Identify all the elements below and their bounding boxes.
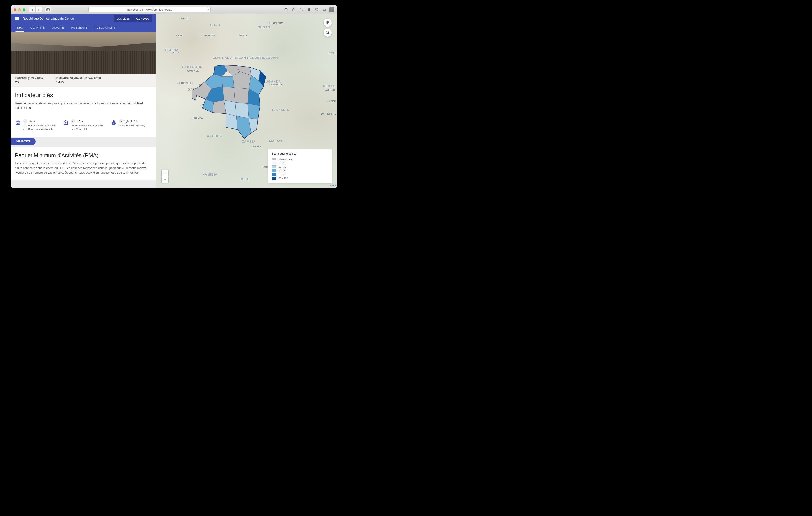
kpi-hospital-quality: ↗ 65% 16. Evaluation de la Qualité des H… — [15, 119, 56, 131]
address-bar-prefix: Non sécurisé — — [127, 8, 146, 11]
tab-paiements[interactable]: PAIEMENTS — [67, 23, 91, 32]
sound-icon[interactable]: ◎ — [322, 7, 327, 12]
kpi-cs-value: 57% — [76, 119, 83, 123]
pma-title: Paquet Minimum d'Activités (PMA) — [15, 152, 152, 158]
money-bag-icon: $ — [111, 119, 117, 125]
pma-section: Paquet Minimum d'Activités (PMA) Il s'ag… — [11, 147, 156, 180]
map-label-sudan: SUDAN — [258, 25, 270, 29]
map-label-kano: KANO — [174, 34, 183, 37]
new-tab-button[interactable]: + — [329, 7, 335, 12]
kpi-subsidy-value: 2,631,700 — [124, 119, 139, 123]
indicator-description: Résumé des indicateurs les plus importan… — [15, 101, 152, 110]
map-label-bots: BOTS — [240, 177, 250, 181]
stat-fosa-label: FORMATION SANITAIRE (FOSA) - TOTAL — [55, 77, 102, 80]
page-title: République Démocratique du Congo — [23, 17, 74, 20]
svg-point-17 — [326, 31, 328, 33]
legend-label: Missing data — [279, 158, 293, 160]
kpi-cs-quality: ↗ 57% 16. Evaluation de la Qualité des C… — [63, 119, 104, 131]
tab-info[interactable]: INFO — [13, 23, 27, 32]
date-to: Q2 / 2019 — [136, 17, 149, 20]
legend-swatch — [272, 161, 277, 164]
left-pane: République Démocratique du Congo Q3 / 20… — [11, 14, 156, 187]
address-bar[interactable]: Non sécurisé — www.fbp-rdc.org/data ⟳ — [88, 7, 211, 12]
date-from: Q3 / 2016 — [117, 17, 129, 20]
stat-province-label: PROVINCE (DPS) - TOTAL — [15, 77, 45, 80]
svg-rect-0 — [47, 9, 50, 11]
maximize-window-button[interactable] — [23, 8, 25, 11]
svg-line-18 — [328, 33, 329, 34]
tabs-icon[interactable] — [299, 7, 304, 12]
leaflet-attribution[interactable]: Leaflet — [329, 184, 336, 187]
share-icon[interactable] — [291, 7, 296, 12]
downloads-icon[interactable] — [283, 7, 289, 12]
legend-row: 80 - 100 — [272, 177, 328, 180]
map-label-nyala: NYALA — [237, 34, 247, 37]
map-legend: Score qualité des cs Missing data0 - 202… — [268, 150, 332, 183]
legend-row: 0 - 20 — [272, 161, 328, 164]
map-label-nairobi: NAIROBI — [323, 89, 335, 91]
date-range-selector[interactable]: Q3 / 2016 › Q2 / 2019 — [114, 15, 152, 22]
chevron-right-icon: › — [133, 17, 134, 20]
layers-button[interactable] — [323, 19, 332, 27]
indicator-section: Indicateur clés Résumé des indicateurs l… — [11, 87, 156, 115]
map-choropleth[interactable] — [192, 55, 276, 141]
tab-quantite[interactable]: QUANTITÉ — [27, 23, 48, 32]
sidebar-toggle-button[interactable] — [45, 7, 51, 12]
legend-label: 60 - 80 — [279, 173, 286, 176]
zoom-control: + − — [161, 170, 169, 183]
kpi-row: ↗ 65% 16. Evaluation de la Qualité des H… — [11, 115, 156, 137]
hospital-icon — [15, 119, 21, 125]
legend-swatch — [272, 169, 277, 172]
address-bar-url: www.fbp-rdc.org/data — [146, 8, 172, 11]
app-content: République Démocratique du Congo Q3 / 20… — [11, 14, 337, 187]
legend-row: 40 - 60 — [272, 169, 328, 172]
map-search-button[interactable] — [323, 29, 332, 37]
stat-province-value: 26 — [15, 80, 45, 84]
menu-icon[interactable] — [14, 17, 19, 20]
close-window-button[interactable] — [13, 8, 16, 11]
svg-text:$: $ — [113, 122, 114, 124]
svg-rect-12 — [18, 123, 18, 124]
minimize-window-button[interactable] — [18, 8, 21, 11]
map-label-mombasa: MOMB — [327, 100, 336, 102]
map-label-ndjamena: N'DJAMENA — [199, 34, 215, 37]
kpi-hospital-value: 65% — [29, 119, 35, 123]
app-header: République Démocratique du Congo Q3 / 20… — [11, 14, 156, 23]
trend-down-icon: ↘ — [119, 119, 123, 123]
stat-fosa: FORMATION SANITAIRE (FOSA) - TOTAL 3,449 — [55, 77, 102, 84]
reload-icon[interactable]: ⟳ — [207, 8, 209, 11]
kpi-hospital-label: 16. Evaluation de la Qualité des Hopitau… — [23, 124, 56, 131]
trend-up-icon: ↗ — [71, 119, 75, 123]
browser-toolbar: ‹ › Non sécurisé — www.fbp-rdc.org/data … — [11, 5, 337, 14]
section-chip-quantite: QUANTITÉ — [11, 138, 35, 145]
map-label-kenya: KENYA — [323, 84, 335, 88]
svg-rect-4 — [16, 121, 20, 125]
map-label-dar: DAR ES SAL — [319, 113, 336, 115]
nav-buttons: ‹ › — [29, 7, 42, 12]
tab-publications[interactable]: PUBLICATIONS — [91, 23, 119, 32]
shield-icon[interactable] — [306, 7, 312, 12]
forward-button[interactable]: › — [35, 7, 42, 12]
zoom-in-button[interactable]: + — [162, 170, 168, 177]
svg-rect-3 — [300, 9, 302, 11]
zoom-out-button[interactable]: − — [162, 177, 168, 183]
legend-row: 60 - 80 — [272, 173, 328, 176]
trend-up-icon: ↗ — [23, 119, 27, 123]
kpi-subsidy: $ ↘ 2,631,700 Subside total (reliquat) — [111, 119, 152, 131]
map-pane[interactable]: CHAD SUDAN KHARTOUM NIAMEY KANO N'DJAMEN… — [156, 14, 337, 187]
map-label-ethiopia: ETHI — [328, 52, 337, 55]
traffic-lights — [13, 8, 25, 11]
stat-province: PROVINCE (DPS) - TOTAL 26 — [15, 77, 45, 84]
legend-swatch — [272, 173, 277, 176]
tab-qualite[interactable]: QUALITÉ — [48, 23, 67, 32]
map-label-niamey: NIAMEY — [180, 18, 191, 20]
map-label-lusaka: LUSAKA — [250, 145, 262, 148]
pma-description: Il s'agit du paquet de soins minimum dev… — [15, 161, 152, 175]
legend-swatch — [272, 165, 277, 168]
toolbar-right: ◎ + — [283, 7, 335, 12]
back-button[interactable]: ‹ — [29, 7, 35, 12]
privacy-shield-icon[interactable] — [314, 7, 319, 12]
legend-row: 20 - 40 — [272, 165, 328, 168]
kpi-subsidy-label: Subside total (reliquat) — [119, 124, 145, 127]
legend-swatch — [272, 158, 277, 160]
